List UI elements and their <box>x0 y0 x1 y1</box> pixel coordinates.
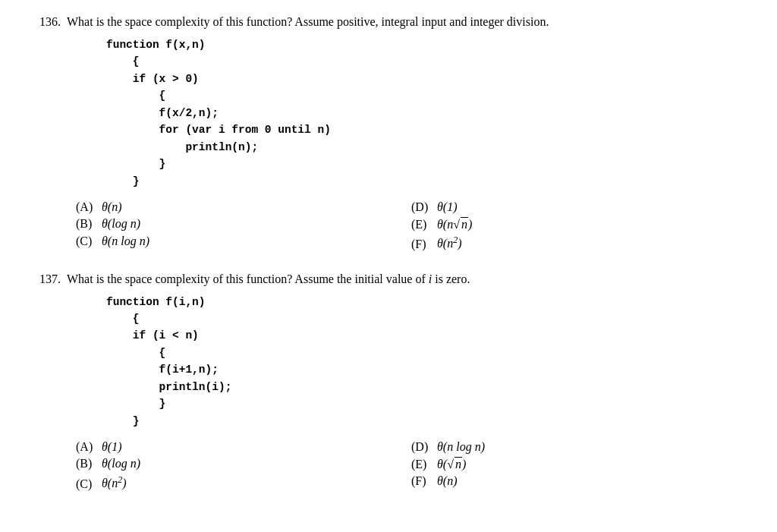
question-136-code: function f(x,n) { if (x > 0) { f(x/2,n);… <box>106 36 747 190</box>
question-137: 137. What is the space complexity of thi… <box>30 272 747 491</box>
answer-formula: θ(n log n) <box>102 235 149 248</box>
code-line: if (x > 0) <box>106 71 747 87</box>
question-137-header: 137. What is the space complexity of thi… <box>30 272 747 286</box>
answer-137-D: (D) θ(n log n) <box>411 440 747 454</box>
answer-136-E: (E) θ(n√n) <box>411 217 747 231</box>
answer-formula: θ(√n) <box>437 457 466 471</box>
question-136-answers: (A) θ(n) (D) θ(1) (B) θ(log n) (E) θ(n√n… <box>76 200 747 250</box>
code-line: function f(i,n) <box>106 294 747 310</box>
answer-label: (C) <box>76 235 97 248</box>
answer-label: (F) <box>411 238 433 251</box>
answer-137-B: (B) θ(log n) <box>76 457 411 471</box>
answer-136-D: (D) θ(1) <box>411 200 747 214</box>
answer-formula: θ(n2) <box>437 235 462 250</box>
answer-136-B: (B) θ(log n) <box>76 217 411 231</box>
answer-label: (A) <box>76 200 97 214</box>
answer-136-A: (A) θ(n) <box>76 200 411 214</box>
code-line: println(n); <box>106 139 747 156</box>
answer-formula: θ(1) <box>437 200 458 214</box>
code-line: if (i < n) <box>106 327 747 344</box>
question-137-text: What is the space complexity of this fun… <box>67 272 747 286</box>
code-line: { <box>106 87 747 104</box>
answer-137-F: (F) θ(n) <box>411 474 747 490</box>
answer-formula: θ(n log n) <box>437 440 485 454</box>
answer-137-C: (C) θ(n2) <box>76 474 411 490</box>
code-line: { <box>106 53 747 70</box>
code-line: f(x/2,n); <box>106 105 747 121</box>
question-136-header: 136. What is the space complexity of thi… <box>30 15 747 29</box>
answer-label: (E) <box>411 218 433 231</box>
question-136: 136. What is the space complexity of thi… <box>30 15 747 251</box>
code-line: println(i); <box>106 379 747 395</box>
code-line: for (var i from 0 until n) <box>106 121 747 138</box>
code-line: { <box>106 310 747 327</box>
answer-label: (B) <box>76 457 97 471</box>
answer-136-C: (C) θ(n log n) <box>76 235 411 250</box>
answer-formula: θ(n) <box>437 474 458 488</box>
code-line: } <box>106 173 747 190</box>
code-line: f(i+1,n); <box>106 361 747 378</box>
answer-label: (B) <box>76 217 97 231</box>
answer-formula: θ(log n) <box>102 217 140 231</box>
answer-label: (C) <box>76 477 97 491</box>
answer-formula: θ(n2) <box>102 474 127 490</box>
code-line: } <box>106 156 747 172</box>
question-137-code: function f(i,n) { if (i < n) { f(i+1,n);… <box>106 294 747 430</box>
answer-label: (D) <box>411 440 433 454</box>
answer-label: (A) <box>76 440 97 454</box>
answer-formula: θ(log n) <box>102 457 140 471</box>
answer-formula: θ(n√n) <box>437 217 472 231</box>
code-line: } <box>106 395 747 412</box>
code-line: function f(x,n) <box>106 36 747 53</box>
code-line: { <box>106 345 747 361</box>
answer-formula: θ(n) <box>102 200 122 214</box>
question-136-text: What is the space complexity of this fun… <box>67 15 747 29</box>
answer-137-E: (E) θ(√n) <box>411 457 747 471</box>
answer-label: (E) <box>411 458 433 471</box>
question-136-number: 136. <box>30 15 61 29</box>
answer-label: (F) <box>411 474 433 488</box>
answer-137-A: (A) θ(1) <box>76 440 411 454</box>
question-137-answers: (A) θ(1) (D) θ(n log n) (B) θ(log n) (E)… <box>76 440 747 490</box>
question-137-number: 137. <box>30 272 61 286</box>
answer-formula: θ(1) <box>102 440 122 454</box>
answer-136-F: (F) θ(n2) <box>411 235 747 250</box>
answer-label: (D) <box>411 200 433 214</box>
code-line: } <box>106 413 747 430</box>
